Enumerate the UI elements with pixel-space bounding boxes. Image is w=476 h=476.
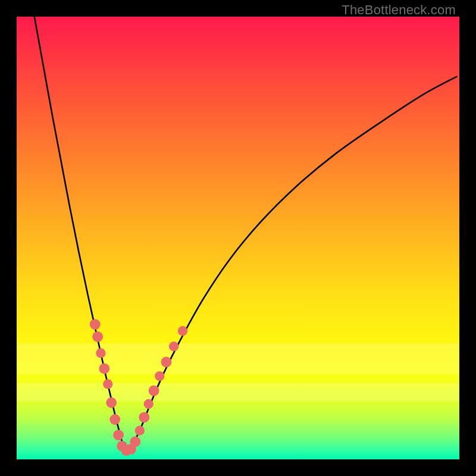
plot-area: [17, 17, 459, 459]
marker-dot: [149, 386, 159, 396]
marker-dot: [99, 364, 109, 374]
marker-dot: [161, 356, 172, 367]
outer-frame: TheBottleneck.com: [0, 0, 476, 476]
marker-dot: [113, 430, 124, 440]
marker-dot: [139, 412, 149, 422]
marker-dot: [92, 331, 103, 342]
marker-dot: [135, 425, 145, 435]
bottleneck-curve: [35, 17, 458, 450]
marker-dot: [96, 348, 105, 358]
marker-dot: [144, 399, 154, 409]
marker-dot: [103, 379, 112, 389]
marker-dot: [106, 397, 117, 408]
marker-dot: [130, 436, 140, 447]
marker-dot: [90, 319, 101, 330]
marker-dot: [155, 371, 164, 381]
chart-overlay: [17, 17, 459, 459]
marker-dot: [109, 414, 120, 425]
watermark-text: TheBottleneck.com: [342, 2, 456, 18]
marker-dot: [178, 326, 187, 336]
marker-dot: [169, 342, 178, 351]
marker-dots: [90, 319, 187, 456]
